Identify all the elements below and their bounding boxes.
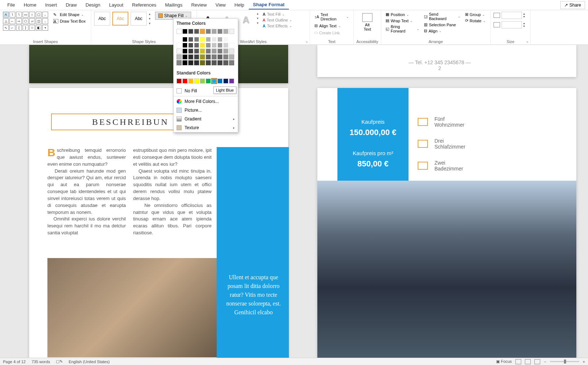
gradient-fill-item[interactable]: Gradient▸: [174, 115, 238, 123]
tint-3-4[interactable]: [200, 54, 205, 59]
tint-3-2[interactable]: [188, 54, 193, 59]
tab-layout[interactable]: Layout: [105, 1, 128, 9]
tint-0-4[interactable]: [200, 37, 205, 42]
wordart-style-3[interactable]: A: [238, 12, 254, 28]
language-indicator[interactable]: English (United States): [69, 360, 110, 364]
paral-shape-icon[interactable]: ▱: [29, 18, 35, 24]
elbow-shape-icon[interactable]: ⌐: [9, 25, 15, 31]
tint-2-6[interactable]: [212, 49, 217, 54]
shape-gallery-more[interactable]: ▾: [42, 25, 48, 31]
text-direction-button[interactable]: ↕AText Direction⌄: [313, 12, 351, 22]
alt-text-button[interactable]: AltText: [361, 12, 374, 33]
theme-color-6[interactable]: [212, 29, 217, 34]
width-down[interactable]: ▾: [523, 25, 525, 28]
rotate-button[interactable]: ⟳Rotate⌄: [464, 18, 487, 23]
standard-color-1[interactable]: [182, 78, 187, 84]
standard-color-7[interactable]: [217, 78, 223, 84]
tint-3-5[interactable]: [206, 54, 211, 59]
picture-fill-item[interactable]: Picture...: [174, 106, 238, 115]
theme-color-4[interactable]: [200, 29, 205, 34]
tint-4-7[interactable]: [217, 60, 223, 65]
callout-shape-icon[interactable]: ◧: [36, 25, 42, 31]
theme-color-2[interactable]: [188, 29, 193, 34]
tint-3-0[interactable]: [177, 54, 182, 59]
tab-file[interactable]: File: [3, 1, 19, 9]
tint-4-2[interactable]: [188, 60, 193, 65]
standard-color-3[interactable]: [194, 78, 199, 84]
tint-4-4[interactable]: [200, 60, 205, 65]
tint-0-6[interactable]: [212, 37, 217, 42]
tint-0-9[interactable]: [229, 37, 234, 42]
tint-2-8[interactable]: [223, 49, 228, 54]
line2-shape-icon[interactable]: \: [16, 12, 22, 18]
theme-color-7[interactable]: [217, 29, 223, 34]
print-layout-icon[interactable]: [525, 359, 531, 364]
position-button[interactable]: ▦Position⌄: [384, 12, 421, 17]
tint-2-5[interactable]: [206, 49, 211, 54]
zoom-slider[interactable]: [550, 361, 579, 362]
selection-pane-button[interactable]: ▥Selection Pane: [422, 22, 462, 27]
triangle-shape-icon[interactable]: △: [3, 18, 9, 24]
wordart-launcher[interactable]: ↘: [305, 40, 309, 44]
tint-3-6[interactable]: [212, 54, 217, 59]
tint-4-3[interactable]: [194, 60, 199, 65]
tint-2-0[interactable]: [177, 49, 182, 54]
tint-4-8[interactable]: [223, 60, 228, 65]
textbox-shape-icon[interactable]: A: [3, 12, 9, 18]
wrap-text-button[interactable]: ▤Wrap Text⌄: [384, 18, 421, 23]
tint-4-5[interactable]: [206, 60, 211, 65]
group-button[interactable]: ⊞Group⌄: [464, 12, 487, 17]
standard-color-5[interactable]: [206, 78, 211, 84]
arrow-shape-icon[interactable]: ⇨: [16, 18, 22, 24]
height-input[interactable]: [502, 12, 522, 19]
theme-color-8[interactable]: [223, 29, 228, 34]
tint-0-1[interactable]: [182, 37, 187, 42]
brace-shape-icon[interactable]: {: [16, 25, 22, 31]
tab-view[interactable]: View: [211, 1, 230, 9]
tint-4-9[interactable]: [229, 60, 234, 65]
bring-forward-button[interactable]: ◱Bring Forward⌄: [384, 24, 421, 34]
standard-color-0[interactable]: [177, 78, 182, 84]
tint-1-8[interactable]: [223, 43, 228, 48]
tint-1-5[interactable]: [206, 43, 211, 48]
theme-color-5[interactable]: [206, 29, 211, 34]
tint-2-2[interactable]: [188, 49, 193, 54]
wa-prev[interactable]: ▴: [257, 12, 259, 15]
shape-row1-more[interactable]: ⌄: [42, 12, 48, 18]
tint-0-7[interactable]: [217, 37, 223, 42]
tint-1-2[interactable]: [188, 43, 193, 48]
shape-gallery[interactable]: A \ \ ▭ ○ ▢ ⌄ △ ⌐ ⇨ ⬡ ▱ ◫ ⌄ ∿ ⌐ { } ☆ ◧: [3, 12, 48, 31]
hexagon-shape-icon[interactable]: ⬡: [23, 18, 28, 24]
tint-2-3[interactable]: [194, 49, 199, 54]
tab-help[interactable]: Help: [230, 1, 249, 9]
focus-button[interactable]: ▣ Focus: [496, 359, 512, 364]
tint-3-8[interactable]: [223, 54, 228, 59]
text-effects-button[interactable]: AText Effects⌄: [262, 23, 293, 28]
tint-3-9[interactable]: [229, 54, 234, 59]
height-down[interactable]: ▾: [523, 15, 525, 18]
tab-mailings[interactable]: Mailings: [161, 1, 187, 9]
tint-4-0[interactable]: [177, 60, 182, 65]
standard-color-9[interactable]: [229, 78, 234, 84]
brace2-shape-icon[interactable]: }: [23, 25, 28, 31]
width-up[interactable]: ▴: [523, 22, 525, 25]
tab-draw[interactable]: Draw: [61, 1, 81, 9]
tint-2-4[interactable]: [200, 49, 205, 54]
more-fill-colors-item[interactable]: More Fill Colors...: [174, 97, 238, 106]
tint-3-1[interactable]: [182, 54, 187, 59]
style-next[interactable]: ▾: [149, 17, 151, 20]
curve-shape-icon[interactable]: ∿: [3, 25, 9, 31]
tint-1-4[interactable]: [200, 43, 205, 48]
draw-text-box-button[interactable]: ADraw Text Box: [53, 18, 86, 24]
page-indicator[interactable]: Page 4 of 12: [3, 360, 26, 364]
share-button[interactable]: ↗Share: [560, 1, 585, 9]
align-text-button[interactable]: ⊟Align Text⌄: [313, 23, 351, 29]
tab-review[interactable]: Review: [187, 1, 211, 9]
standard-color-4[interactable]: [200, 78, 205, 84]
tab-references[interactable]: References: [128, 1, 160, 9]
tint-1-6[interactable]: [212, 43, 217, 48]
web-layout-icon[interactable]: [534, 359, 540, 364]
roundrect-shape-icon[interactable]: ▢: [36, 12, 42, 18]
shape-row2-more[interactable]: ⌄: [42, 18, 48, 24]
tint-3-3[interactable]: [194, 54, 199, 59]
